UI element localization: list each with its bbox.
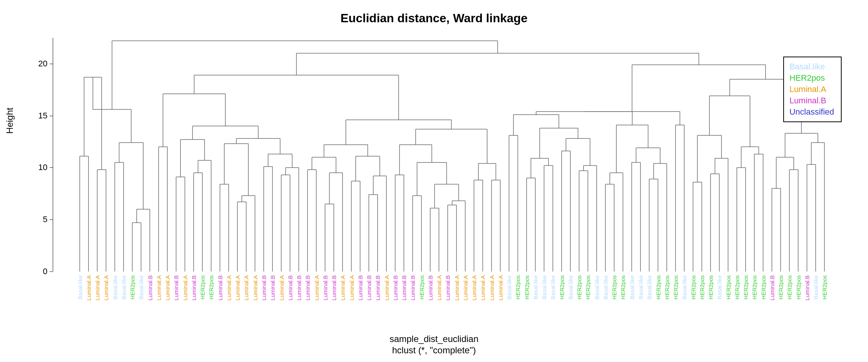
leaf-label: Luminal.B (427, 275, 434, 301)
leaf-label: Basal.like (138, 275, 144, 299)
leaf-label: HER2pos (515, 275, 521, 299)
leaf-label: Luminal.A (339, 275, 346, 301)
leaf-label: HER2pos (208, 275, 214, 299)
legend-item: Unclassified (789, 106, 834, 118)
leaf-label: Luminal.B (804, 275, 810, 301)
leaf-label: Luminal.B (173, 275, 179, 301)
leaf-label: Luminal.A (436, 275, 442, 301)
leaf-label: Basal.like (506, 275, 512, 299)
leaf-label: Luminal.B (366, 275, 372, 301)
leaf-label: HER2pos (795, 275, 802, 299)
leaf-label: Luminal.B (287, 275, 293, 301)
leaf-label: HER2pos (672, 275, 679, 299)
leaf-label: Luminal.B (445, 275, 451, 301)
leaf-label: Luminal.A (454, 275, 460, 301)
leaf-label: HER2pos (751, 275, 758, 299)
leaf-label: Basal.like (567, 275, 574, 299)
leaf-label: Luminal.A (480, 275, 486, 301)
leaf-label: Basal.like (550, 275, 556, 299)
leaf-label: Luminal.A (252, 275, 258, 301)
leaf-label: Luminal.A (243, 275, 249, 301)
leaf-label: Luminal.A (489, 275, 495, 301)
leaf-label: Basal.like (121, 275, 127, 299)
leaf-label: HER2pos (664, 275, 670, 299)
leaf-label: Luminal.B (401, 275, 407, 301)
leaf-label: Luminal.A (164, 275, 171, 301)
leaf-label: HER2pos (821, 275, 828, 299)
x-axis-label-2: hclust (*, "complete") (0, 345, 868, 356)
legend: Basal.likeHER2posLuminal.ALuminal.BUncla… (783, 57, 842, 122)
y-tick-label: 5 (43, 215, 47, 224)
y-tick-label: 15 (38, 111, 47, 121)
leaf-label: Luminal.B (410, 275, 416, 301)
leaf-label: HER2pos (734, 275, 740, 299)
leaf-label: Basal.like (541, 275, 547, 299)
legend-item: Basal.like (789, 61, 834, 72)
leaf-label: Luminal.B (269, 275, 276, 301)
leaf-label: Luminal.B (374, 275, 381, 301)
leaf-label: Basal.like (637, 275, 644, 299)
leaf-label: Luminal.B (304, 275, 311, 301)
leaf-label: Luminal.A (471, 275, 477, 301)
leaf-label: Luminal.B (392, 275, 399, 301)
y-tick-label: 10 (38, 163, 47, 172)
leaf-label: HER2pos (786, 275, 793, 299)
legend-item: HER2pos (789, 72, 834, 84)
leaf-label: HER2pos (655, 275, 662, 299)
y-tick-label: 0 (43, 267, 47, 276)
leaf-label: HER2pos (690, 275, 697, 299)
leaf-label: HER2pos (760, 275, 767, 299)
leaf-label: Basal.like (112, 275, 118, 299)
leaf-label: Luminal.B (357, 275, 364, 301)
leaf-label: Luminal.B (331, 275, 337, 301)
leaf-label: Luminal.B (322, 275, 329, 301)
leaf-label: Basal.like (594, 275, 600, 299)
leaf-label: Basal.like (629, 275, 635, 299)
leaf-label: Luminal.B (769, 275, 775, 301)
leaf-label: HER2pos (129, 275, 136, 299)
leaf-label: Luminal.B (261, 275, 267, 301)
leaf-label: Luminal.A (103, 275, 109, 301)
leaf-label: HER2pos (419, 275, 425, 299)
leaf-label: HER2pos (199, 275, 206, 299)
leaf-label: HER2pos (708, 275, 714, 299)
dendrogram-plot (53, 38, 836, 272)
leaf-label: Basal.like (681, 275, 688, 299)
leaf-label: Luminal.A (156, 275, 162, 301)
leaf-label: HER2pos (778, 275, 784, 299)
leaf-label: Luminal.A (86, 275, 92, 301)
leaf-label: Luminal.A (462, 275, 469, 301)
x-axis-label-1: sample_dist_euclidian (0, 334, 868, 344)
leaf-label: HER2pos (699, 275, 705, 299)
leaf-label: Basal.like (77, 275, 83, 299)
leaf-label: HER2pos (743, 275, 749, 299)
leaf-label: HER2pos (725, 275, 732, 299)
leaf-label: Basal.like (602, 275, 609, 299)
legend-item: Luminal.B (789, 95, 834, 106)
leaf-label: Luminal.B (147, 275, 153, 301)
leaf-label: Luminal.A (497, 275, 504, 301)
leaf-label: Luminal.A (348, 275, 355, 301)
leaf-label: Luminal.A (94, 275, 101, 301)
leaf-label: HER2pos (524, 275, 530, 299)
leaf-label: Luminal.A (182, 275, 188, 301)
leaf-label: HER2pos (620, 275, 626, 299)
leaf-label: Luminal.B (217, 275, 223, 301)
leaf-label: Luminal.A (313, 275, 320, 301)
leaf-label: Luminal.B (296, 275, 302, 301)
leaf-label: HER2pos (576, 275, 582, 299)
leaf-label: Luminal.B (191, 275, 197, 301)
leaf-label: Basal.like (813, 275, 819, 299)
leaf-label: Basal.like (532, 275, 539, 299)
legend-item: Luminal.A (789, 84, 834, 95)
leaf-label: Luminal.A (234, 275, 241, 301)
leaf-label: Luminal.A (278, 275, 285, 301)
leaf-label: HER2pos (585, 275, 591, 299)
leaf-label: HER2pos (559, 275, 565, 299)
leaf-label: Basal.like (646, 275, 653, 299)
y-tick-label: 20 (38, 59, 47, 69)
leaf-label: HER2pos (611, 275, 617, 299)
chart-title: Euclidian distance, Ward linkage (0, 11, 868, 25)
leaf-label: Luminal.A (226, 275, 232, 301)
leaf-label: Luminal.A (384, 275, 390, 301)
